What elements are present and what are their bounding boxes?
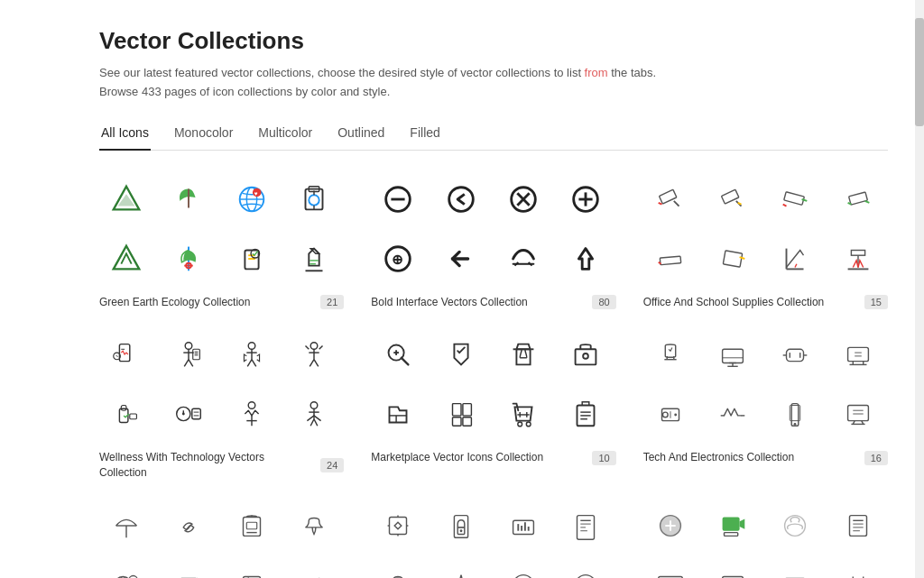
tab-monocolor[interactable]: Monocolor bbox=[172, 120, 235, 151]
icon-cell bbox=[162, 327, 216, 381]
icon-cell bbox=[559, 327, 613, 381]
icon-cell bbox=[287, 387, 341, 441]
icon-cell bbox=[225, 558, 279, 578]
svg-line-104 bbox=[402, 358, 409, 365]
icon-cell bbox=[831, 499, 885, 553]
collection-footer: Marketplace Vector Icons Collection 10 bbox=[371, 450, 615, 465]
collection-interface2[interactable]: Interface Vectors Collection bbox=[371, 499, 615, 578]
svg-line-69 bbox=[189, 360, 193, 367]
icon-cell bbox=[371, 387, 425, 441]
collection-name: Bold Interface Vectors Collection bbox=[371, 295, 585, 310]
collection-multimedia[interactable]: Multimedia Vectors Collection bbox=[643, 499, 888, 578]
icon-cell bbox=[643, 499, 698, 553]
svg-line-40 bbox=[673, 200, 679, 206]
tab-filled[interactable]: Filled bbox=[408, 120, 441, 151]
collections-grid: ♥ bbox=[99, 172, 888, 578]
collection-bold-interface[interactable]: ⊕ bbox=[371, 172, 615, 310]
svg-rect-45 bbox=[784, 191, 805, 205]
icon-cell bbox=[643, 327, 698, 381]
icon-cell bbox=[643, 172, 698, 226]
svg-point-151 bbox=[794, 423, 797, 426]
icon-cell bbox=[706, 387, 760, 441]
svg-rect-214 bbox=[849, 516, 866, 537]
page-subtitle: See our latest featured vector collectio… bbox=[99, 64, 888, 102]
icon-cell bbox=[225, 232, 279, 286]
svg-rect-61 bbox=[119, 344, 129, 362]
collection-count: 80 bbox=[592, 295, 615, 309]
tab-all-icons[interactable]: All Icons bbox=[99, 120, 151, 151]
icon-grid bbox=[371, 499, 615, 578]
icon-cell bbox=[768, 172, 822, 226]
icon-cell bbox=[643, 558, 698, 578]
svg-point-145 bbox=[674, 414, 677, 417]
tab-outlined[interactable]: Outlined bbox=[336, 120, 386, 151]
collection-summer[interactable]: Summer Vectors Collection bbox=[99, 499, 344, 578]
svg-rect-117 bbox=[463, 417, 472, 427]
svg-point-98 bbox=[310, 402, 318, 409]
icon-cell bbox=[559, 499, 613, 553]
icon-cell bbox=[706, 172, 760, 226]
svg-point-95 bbox=[248, 402, 255, 409]
icon-cell bbox=[434, 327, 488, 381]
icon-cell bbox=[225, 499, 279, 553]
svg-point-118 bbox=[518, 422, 522, 427]
page-title: Vector Collections bbox=[99, 27, 888, 55]
tab-bar: All Icons Monocolor Multicolor Outlined … bbox=[99, 120, 888, 151]
icon-cell bbox=[496, 232, 550, 286]
svg-point-65 bbox=[186, 343, 193, 350]
collection-footer: Office And School Supplies Collection 15 bbox=[643, 295, 888, 310]
icon-cell bbox=[559, 172, 613, 226]
collection-name: Marketplace Vector Icons Collection bbox=[371, 450, 585, 465]
icon-cell bbox=[706, 327, 760, 381]
svg-rect-88 bbox=[130, 414, 137, 419]
svg-point-74 bbox=[248, 343, 255, 350]
icon-cell bbox=[831, 387, 885, 441]
svg-rect-116 bbox=[452, 417, 461, 427]
icon-cell bbox=[99, 232, 153, 286]
icon-cell bbox=[831, 327, 885, 381]
icon-cell bbox=[831, 172, 885, 226]
svg-rect-87 bbox=[121, 406, 126, 411]
collection-name: Tech And Electronics Collection bbox=[643, 450, 857, 465]
svg-rect-127 bbox=[723, 350, 744, 363]
collection-marketplace[interactable]: Marketplace Vector Icons Collection 10 bbox=[371, 327, 615, 481]
icon-cell bbox=[99, 387, 153, 441]
icon-grid bbox=[371, 327, 615, 441]
svg-point-188 bbox=[459, 529, 462, 532]
icon-cell bbox=[371, 172, 425, 226]
svg-point-204 bbox=[576, 575, 596, 578]
svg-marker-12 bbox=[114, 245, 140, 269]
svg-point-111 bbox=[583, 353, 588, 359]
svg-line-64 bbox=[116, 355, 118, 357]
svg-line-102 bbox=[314, 419, 318, 427]
icon-cell bbox=[371, 558, 425, 578]
svg-point-119 bbox=[526, 422, 531, 427]
svg-rect-110 bbox=[576, 350, 596, 365]
collection-count: 16 bbox=[864, 451, 888, 465]
icon-cell bbox=[162, 232, 216, 286]
svg-line-54 bbox=[740, 257, 745, 259]
icon-cell bbox=[768, 232, 822, 286]
icon-cell: ♥ bbox=[225, 172, 279, 226]
icon-cell bbox=[559, 232, 613, 286]
icon-cell bbox=[99, 327, 153, 381]
tab-multicolor[interactable]: Multicolor bbox=[256, 120, 314, 151]
icon-cell bbox=[434, 387, 488, 441]
icon-cell bbox=[768, 327, 822, 381]
collection-footer: Bold Interface Vectors Collection 80 bbox=[371, 295, 615, 310]
collection-office-school[interactable]: Office And School Supplies Collection 15 bbox=[643, 172, 888, 310]
collection-name: Wellness With Technology Vectors Collect… bbox=[99, 450, 313, 481]
icon-cell bbox=[496, 172, 550, 226]
icon-cell bbox=[225, 387, 279, 441]
svg-rect-149 bbox=[792, 404, 799, 427]
collection-green-earth[interactable]: ♥ bbox=[99, 172, 344, 310]
icon-cell bbox=[706, 558, 760, 578]
collection-footer: Wellness With Technology Vectors Collect… bbox=[99, 450, 344, 481]
svg-point-203 bbox=[513, 575, 534, 578]
icon-grid bbox=[643, 499, 888, 578]
icon-cell bbox=[371, 327, 425, 381]
icon-cell bbox=[831, 558, 885, 578]
collection-tech-electronics[interactable]: Tech And Electronics Collection 16 bbox=[643, 327, 888, 481]
collection-wellness-tech[interactable]: Wellness With Technology Vectors Collect… bbox=[99, 327, 344, 481]
icon-cell bbox=[434, 558, 488, 578]
